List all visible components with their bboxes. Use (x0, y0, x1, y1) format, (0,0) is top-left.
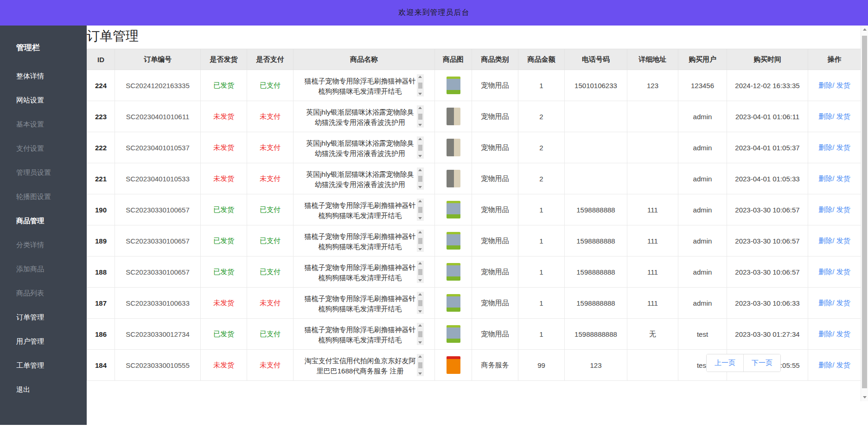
product-image (447, 294, 460, 312)
scroll-up-icon[interactable] (418, 293, 422, 295)
ship-link[interactable]: 发货 (836, 330, 850, 338)
delete-link[interactable]: 删除 (818, 268, 832, 276)
scrollbar-thumb[interactable] (418, 83, 422, 89)
sidebar-item-10[interactable]: 商品列表 (0, 281, 87, 305)
product-name-cell: 猫梳子宠物专用除浮毛刷撸猫神器针梳狗狗猫咪毛发清理开结毛 (294, 288, 435, 319)
sidebar-item-6[interactable]: 轮播图设置 (0, 185, 87, 209)
sidebar-item-11[interactable]: 订单管理 (0, 305, 87, 329)
ship-link[interactable]: 发货 (836, 361, 850, 369)
phone-number: 123 (565, 350, 627, 381)
scrollbar-thumb[interactable] (418, 176, 422, 182)
scroll-down-icon[interactable] (418, 310, 422, 313)
table-row: 187SC20230330100633未发货未支付猫梳子宠物专用除浮毛刷撸猫神器… (87, 288, 861, 319)
sidebar-item-2[interactable]: 网站设置 (0, 88, 87, 112)
sidebar-item-14[interactable]: 退出 (0, 378, 87, 402)
textarea-scrollbar[interactable] (417, 105, 424, 128)
delete-link[interactable]: 删除 (818, 174, 832, 182)
delete-link[interactable]: 删除 (818, 330, 832, 338)
window-scrollbar[interactable] (861, 26, 868, 401)
ship-link[interactable]: 发货 (836, 299, 850, 307)
column-header-12: 购买时间 (727, 49, 808, 70)
next-page-button[interactable]: 下一页 (743, 354, 780, 372)
ship-link[interactable]: 发货 (836, 174, 850, 182)
ship-link[interactable]: 发货 (836, 205, 850, 213)
delete-link[interactable]: 删除 (818, 81, 832, 89)
scrollbar-thumb[interactable] (418, 300, 422, 306)
delete-link[interactable]: 删除 (818, 143, 832, 151)
actions-cell: 删除/ 发货 (808, 225, 861, 257)
scroll-down-icon[interactable] (418, 279, 422, 282)
textarea-scrollbar[interactable] (417, 74, 424, 96)
delete-link[interactable]: 删除 (818, 361, 832, 369)
scrollbar-thumb[interactable] (418, 238, 422, 244)
delete-link[interactable]: 删除 (818, 112, 832, 120)
ship-link[interactable]: 发货 (836, 268, 850, 276)
address (627, 132, 678, 163)
scrollbar-thumb[interactable] (418, 362, 422, 368)
delete-link[interactable]: 删除 (818, 205, 832, 213)
scroll-down-icon[interactable] (418, 186, 422, 188)
scroll-down-icon[interactable] (418, 372, 422, 375)
ship-status-cell: 已发货 (201, 225, 247, 257)
scroll-up-icon[interactable] (418, 355, 422, 358)
scroll-up-icon[interactable] (418, 107, 422, 109)
textarea-scrollbar[interactable] (417, 354, 424, 376)
scroll-up-icon[interactable] (418, 200, 422, 202)
scroll-up-icon[interactable] (418, 138, 422, 140)
textarea-scrollbar[interactable] (417, 199, 424, 221)
scroll-down-icon[interactable] (418, 217, 422, 219)
textarea-scrollbar[interactable] (417, 230, 424, 252)
scrollbar-thumb[interactable] (418, 114, 422, 120)
product-amount: 1 (518, 194, 565, 225)
sidebar-item-13[interactable]: 工单管理 (0, 353, 87, 378)
textarea-scrollbar[interactable] (417, 167, 424, 190)
textarea-scrollbar[interactable] (417, 292, 424, 314)
scrollbar-thumb[interactable] (418, 269, 422, 275)
scroll-down-icon[interactable] (418, 93, 422, 95)
ship-status-cell: 未发货 (201, 163, 247, 194)
pay-status: 已支付 (260, 330, 281, 338)
textarea-scrollbar[interactable] (417, 136, 424, 159)
scroll-up-icon[interactable] (418, 324, 422, 327)
scrollbar-thumb[interactable] (862, 36, 867, 388)
scroll-up-icon[interactable] (418, 76, 422, 78)
textarea-scrollbar[interactable] (417, 323, 424, 345)
textarea-scrollbar[interactable] (417, 261, 424, 283)
sidebar-item-9[interactable]: 添加商品 (0, 257, 87, 281)
sidebar-item-7[interactable]: 商品管理 (0, 209, 87, 233)
scroll-up-icon[interactable] (418, 169, 422, 171)
prev-page-button[interactable]: 上一页 (707, 354, 743, 372)
sidebar-item-4[interactable]: 支付设置 (0, 136, 87, 160)
ship-link[interactable]: 发货 (836, 237, 850, 244)
sidebar-item-1[interactable]: 整体详情 (0, 64, 87, 88)
scroll-down-icon[interactable] (418, 124, 422, 126)
scroll-down-icon[interactable] (418, 248, 422, 250)
product-image-cell (435, 132, 472, 163)
scroll-down-icon[interactable] (418, 155, 422, 157)
table-row: 189SC20230330100657已发货已支付猫梳子宠物专用除浮毛刷撸猫神器… (87, 225, 861, 257)
product-category: 宠物用品 (472, 225, 518, 257)
scroll-up-icon[interactable] (418, 262, 422, 264)
ship-status: 已发货 (213, 268, 234, 276)
ship-link[interactable]: 发货 (836, 112, 850, 120)
product-name: 英国jhly银渐层猫咪沐浴露宠物除臭幼猫洗澡专用浴液香波洗护用 (305, 138, 416, 157)
scrollbar-thumb[interactable] (418, 207, 422, 213)
ship-link[interactable]: 发货 (836, 143, 850, 151)
scroll-up-icon[interactable] (418, 231, 422, 233)
sidebar-item-5[interactable]: 管理员设置 (0, 160, 87, 185)
scroll-down-icon[interactable] (418, 341, 422, 344)
delete-link[interactable]: 删除 (818, 237, 832, 244)
delete-link[interactable]: 删除 (818, 299, 832, 307)
scrollbar-thumb[interactable] (418, 145, 422, 151)
ship-status: 未发货 (213, 112, 234, 120)
scroll-down-icon[interactable] (863, 396, 867, 398)
ship-link[interactable]: 发货 (836, 81, 850, 89)
scrollbar-thumb[interactable] (418, 331, 422, 337)
product-name: 英国jhly银渐层猫咪沐浴露宠物除臭幼猫洗澡专用浴液香波洗护用 (305, 107, 416, 126)
sidebar-item-12[interactable]: 用户管理 (0, 329, 87, 353)
action-separator: / (832, 205, 836, 213)
sidebar-item-3[interactable]: 基本设置 (0, 112, 87, 136)
sidebar-item-8[interactable]: 分类详情 (0, 233, 87, 257)
scroll-up-icon[interactable] (863, 28, 867, 31)
pay-status: 未支付 (260, 143, 281, 151)
